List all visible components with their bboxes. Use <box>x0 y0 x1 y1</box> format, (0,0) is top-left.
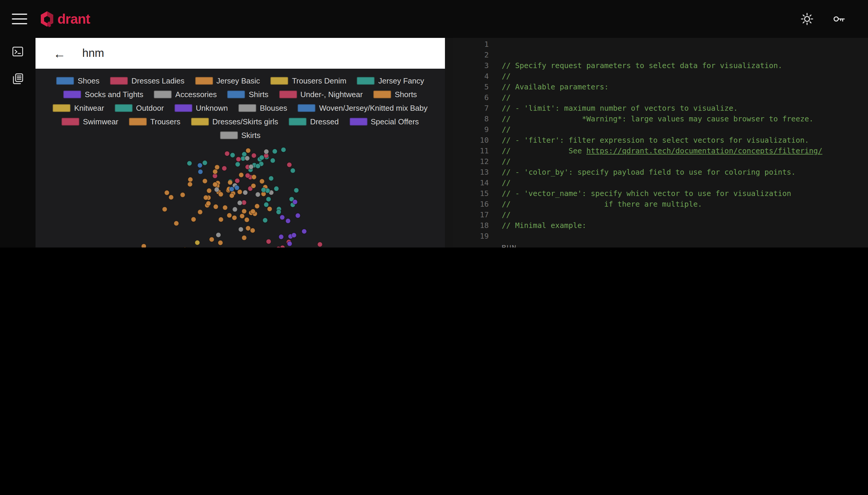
scatter-point <box>198 169 203 174</box>
code-line: 14// <box>453 177 868 188</box>
api-key-button[interactable] <box>831 11 847 27</box>
scatter-point <box>287 241 292 246</box>
legend-item[interactable]: Shoes <box>56 76 100 85</box>
code-line: 18// Minimal example: <box>453 220 868 231</box>
legend-swatch-icon <box>349 118 367 125</box>
scatter-point <box>237 201 242 205</box>
legend-item[interactable]: Trousers Denim <box>271 76 347 85</box>
scatter-point <box>261 187 266 192</box>
scatter-point <box>243 190 248 195</box>
legend-row: Skirts <box>220 129 261 141</box>
legend-item[interactable]: Jersey Fancy <box>357 76 424 85</box>
code-line: 3// Specify request parameters to select… <box>453 61 868 71</box>
scatter-point <box>188 177 193 182</box>
legend-item[interactable]: Blouses <box>238 103 287 112</box>
scatter-point <box>213 169 218 174</box>
scatter-point <box>141 244 146 248</box>
scatter-point <box>206 201 211 206</box>
back-button[interactable]: ← <box>50 47 69 60</box>
scatter-point <box>248 164 253 169</box>
legend-item[interactable]: Dresses/Skirts girls <box>191 117 278 126</box>
line-number: 8 <box>453 114 489 124</box>
scatter-point <box>291 233 297 238</box>
doc-link[interactable]: https://qdrant.tech/documentation/concep… <box>586 146 822 155</box>
legend-item[interactable]: Jersey Basic <box>195 76 260 85</box>
line-number: 10 <box>453 135 489 146</box>
legend-item[interactable]: Outdoor <box>115 103 164 112</box>
code-text: // <box>489 177 868 188</box>
legend-swatch-icon <box>53 104 71 112</box>
legend-item[interactable]: Under-, Nightwear <box>279 90 363 99</box>
scatter-point <box>270 158 276 163</box>
scatter-point <box>251 209 255 214</box>
scatter-point <box>229 193 234 198</box>
line-number: 5 <box>453 82 489 92</box>
line-number: 11 <box>453 146 489 156</box>
line-number: 19 <box>453 231 489 242</box>
topbar-actions <box>799 11 847 27</box>
scatter-point <box>272 149 277 154</box>
legend-row: SwimwearTrousersDresses/Skirts girlsDres… <box>61 115 419 128</box>
line-number: 13 <box>453 167 489 177</box>
legend-swatch-icon <box>64 90 81 98</box>
scatter-point <box>267 206 272 211</box>
legend-item[interactable]: Shirts <box>228 90 268 99</box>
legend-item[interactable]: Dresses Ladies <box>110 76 184 85</box>
scatter-point <box>234 185 239 190</box>
run-button[interactable]: RUN <box>502 244 517 248</box>
panel-resize-handle[interactable]: ⋮ <box>445 38 453 248</box>
legend-item[interactable]: Trousers <box>129 117 180 126</box>
scatter-point <box>244 217 249 222</box>
scatter-point <box>202 160 207 166</box>
legend-label: Shirts <box>249 90 268 99</box>
code-text: // - 'limit': maximum number of vectors … <box>489 103 868 114</box>
scatter-point <box>295 213 300 218</box>
legend-item[interactable]: Special Offers <box>349 117 419 126</box>
legend-label: Outdoor <box>136 103 164 112</box>
terminal-icon <box>11 45 24 58</box>
scatter-point <box>276 210 281 215</box>
code-text: // <box>489 71 868 82</box>
scatter-point <box>264 149 269 154</box>
menu-button[interactable] <box>12 14 27 24</box>
legend-item[interactable]: Accessories <box>154 90 217 99</box>
scatter-point <box>214 187 219 192</box>
legend-item[interactable]: Skirts <box>220 131 261 139</box>
legend-item[interactable]: Shorts <box>373 90 417 99</box>
legend-label: Trousers <box>150 117 180 126</box>
code-editor[interactable]: 123// Specify request parameters to sele… <box>453 38 868 248</box>
legend-swatch-icon <box>279 90 297 98</box>
legend-label: Skirts <box>242 131 261 139</box>
legend-label: Woven/Jersey/Knitted mix Baby <box>319 103 428 112</box>
legend-item[interactable]: Unknown <box>175 103 228 112</box>
legend-label: Unknown <box>196 103 228 112</box>
scatter-point <box>217 247 222 248</box>
legend-item[interactable]: Swimwear <box>61 117 118 126</box>
sidebar-item-console[interactable] <box>0 38 35 65</box>
theme-toggle-button[interactable] <box>799 11 815 27</box>
brand-logo[interactable]: drant <box>39 10 90 28</box>
code-text: // <box>489 92 868 103</box>
page-title: hnm <box>82 47 104 60</box>
code-line: 8// *Warning*: large values may cause br… <box>453 114 868 124</box>
app-bar: drant <box>0 0 868 38</box>
legend-item[interactable]: Woven/Jersey/Knitted mix Baby <box>298 103 428 112</box>
legend-swatch-icon <box>56 77 74 84</box>
legend-swatch-icon <box>228 90 245 98</box>
legend-item[interactable]: Dressed <box>289 117 339 126</box>
scatter-point <box>229 187 234 191</box>
scatter-point <box>213 182 218 187</box>
legend-item[interactable]: Knitwear <box>53 103 104 112</box>
scatter-point <box>202 178 207 184</box>
legend-swatch-icon <box>298 104 316 112</box>
scatter-point <box>290 168 295 173</box>
scatter-point <box>274 186 279 191</box>
legend-label: Accessories <box>175 90 217 99</box>
code-line: 17// <box>453 210 868 220</box>
legend-item[interactable]: Socks and Tights <box>64 90 143 99</box>
sidebar-item-collections[interactable] <box>0 65 35 92</box>
legend-swatch-icon <box>191 118 209 125</box>
code-line: 19 <box>453 231 868 242</box>
scatter-point <box>209 237 214 242</box>
scatter-point <box>218 240 223 245</box>
